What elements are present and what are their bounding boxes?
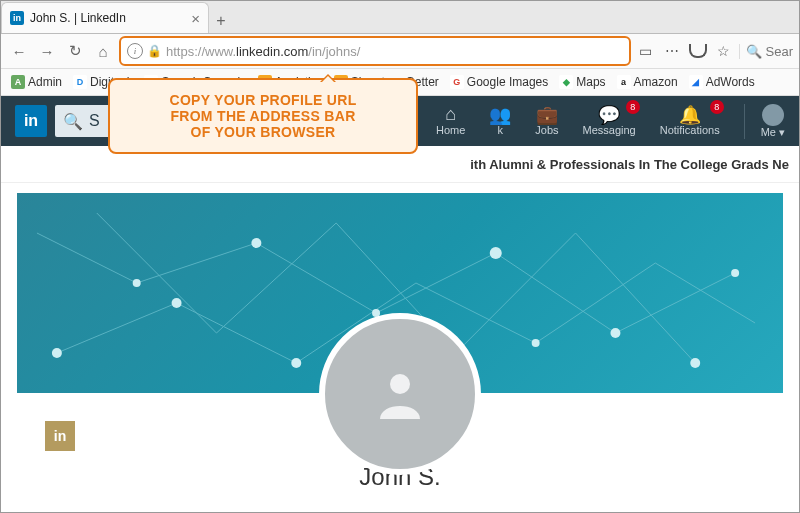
bookmark-maps[interactable]: ◆Maps — [555, 73, 609, 91]
forward-button[interactable]: → — [35, 39, 59, 63]
browser-tab[interactable]: in John S. | LinkedIn × — [1, 2, 209, 33]
linkedin-nav-jobs[interactable]: 💼Jobs — [535, 104, 558, 139]
linkedin-logo[interactable]: in — [15, 105, 47, 137]
pocket-icon[interactable] — [687, 40, 709, 62]
profile-card: in John S. — [17, 393, 783, 491]
bookmark-admin[interactable]: AAdmin — [7, 73, 66, 91]
browser-toolbar: ← → ↻ ⌂ i 🔒 https://www.linkedin.com/in/… — [1, 34, 799, 69]
bookmark-amazon[interactable]: aAmazon — [613, 73, 682, 91]
search-icon: 🔍 — [63, 112, 83, 131]
search-placeholder: Sear — [766, 44, 793, 59]
search-text: S — [89, 112, 100, 130]
linkedin-nav-messaging[interactable]: 💬8Messaging — [583, 104, 636, 139]
home-button[interactable]: ⌂ — [91, 39, 115, 63]
svg-point-9 — [291, 358, 301, 368]
reload-button[interactable]: ↻ — [63, 39, 87, 63]
address-text: https://www.linkedin.com/in/johns/ — [166, 44, 623, 59]
linkedin-nav-me[interactable]: Me ▾ — [744, 104, 785, 139]
linkedin-menu: ⌂Home👥k💼Jobs💬8Messaging🔔8NotificationsMe… — [436, 104, 785, 139]
svg-point-5 — [610, 328, 620, 338]
svg-point-7 — [172, 298, 182, 308]
lock-icon: 🔒 — [147, 44, 162, 58]
svg-point-4 — [490, 247, 502, 259]
tab-bar: in John S. | LinkedIn × + — [1, 1, 799, 34]
svg-point-2 — [251, 238, 261, 248]
tab-favicon: in — [10, 11, 24, 25]
svg-point-11 — [390, 374, 410, 394]
new-tab-button[interactable]: + — [209, 9, 233, 33]
reader-icon[interactable]: ▭ — [635, 40, 657, 62]
tab-title: John S. | LinkedIn — [30, 11, 126, 25]
linkedin-nav-k[interactable]: 👥k — [489, 104, 511, 139]
close-icon[interactable]: × — [191, 10, 200, 27]
svg-point-10 — [690, 358, 700, 368]
linkedin-nav-home[interactable]: ⌂Home — [436, 104, 465, 139]
instruction-callout: COPY YOUR PROFILE URL FROM THE ADDRESS B… — [108, 78, 418, 154]
menu-icon[interactable]: ⋯ — [661, 40, 683, 62]
svg-point-6 — [731, 269, 739, 277]
profile-avatar[interactable] — [319, 313, 481, 475]
bookmark-star-icon[interactable]: ☆ — [713, 40, 735, 62]
info-icon[interactable]: i — [127, 43, 143, 59]
svg-point-1 — [133, 279, 141, 287]
bookmark-google-images[interactable]: GGoogle Images — [446, 73, 552, 91]
svg-point-0 — [52, 348, 62, 358]
person-icon — [370, 364, 430, 424]
address-bar[interactable]: i 🔒 https://www.linkedin.com/in/johns/ — [119, 36, 631, 66]
search-icon: 🔍 — [746, 44, 762, 59]
search-box[interactable]: 🔍 Sear — [739, 44, 793, 59]
linkedin-nav-notifications[interactable]: 🔔8Notifications — [660, 104, 720, 139]
bookmark-adwords[interactable]: ◢AdWords — [685, 73, 759, 91]
back-button[interactable]: ← — [7, 39, 31, 63]
premium-badge: in — [45, 421, 75, 451]
svg-point-8 — [532, 339, 540, 347]
